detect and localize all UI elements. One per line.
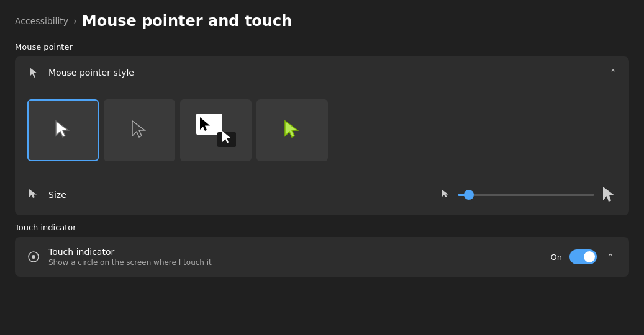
mouse-pointer-style-card: Mouse pointer style ⌃ [15, 56, 629, 215]
breadcrumb-current: Mouse pointer and touch [82, 12, 292, 30]
svg-point-1 [32, 255, 35, 259]
size-right [442, 185, 617, 204]
pointer-option-dark[interactable] [104, 99, 175, 161]
touch-indicator-row: Touch indicator Show a circle on the scr… [15, 237, 629, 277]
breadcrumb-parent[interactable]: Accessibility [15, 16, 68, 26]
touch-indicator-section: Touch indicator Touch indicator Show a c… [15, 223, 629, 277]
size-large-cursor-icon [602, 185, 617, 204]
mouse-pointer-style-title: Mouse pointer style [48, 68, 134, 78]
touch-text-block: Touch indicator Show a circle on the scr… [48, 247, 212, 267]
toggle-thumb [584, 251, 595, 262]
size-cursor-small-icon [27, 189, 40, 201]
touch-indicator-card: Touch indicator Show a circle on the scr… [15, 237, 629, 277]
touch-left: Touch indicator Show a circle on the scr… [27, 247, 212, 267]
size-small-cursor-icon [442, 189, 450, 200]
pointer-option-inverted[interactable] [180, 99, 252, 161]
pointer-option-custom[interactable] [256, 99, 328, 161]
chevron-up-icon: ⌃ [609, 68, 617, 78]
size-left: Size [27, 189, 66, 201]
breadcrumb: Accessibility › Mouse pointer and touch [15, 12, 629, 30]
mouse-pointer-section-label: Mouse pointer [15, 42, 629, 51]
size-slider[interactable] [458, 194, 594, 196]
pointer-styles-grid [27, 89, 617, 161]
touch-indicator-title: Touch indicator [48, 247, 212, 257]
touch-status-label: On [551, 252, 562, 262]
touch-indicator-expand-button[interactable]: ⌃ [604, 249, 617, 264]
pointer-style-content [15, 89, 629, 174]
size-row: Size [15, 174, 629, 215]
touch-indicator-toggle[interactable] [569, 249, 597, 264]
touch-indicator-subtitle: Show a circle on the screen where I touc… [48, 258, 212, 267]
breadcrumb-separator: › [73, 16, 77, 26]
touch-indicator-section-label: Touch indicator [15, 223, 629, 232]
touch-icon [27, 251, 40, 263]
size-label: Size [48, 190, 66, 200]
cursor-icon [27, 66, 40, 79]
pointer-option-white[interactable] [27, 99, 99, 161]
mouse-pointer-style-header[interactable]: Mouse pointer style ⌃ [15, 56, 629, 89]
card-header-left: Mouse pointer style [27, 66, 134, 79]
touch-right: On ⌃ [551, 249, 617, 264]
